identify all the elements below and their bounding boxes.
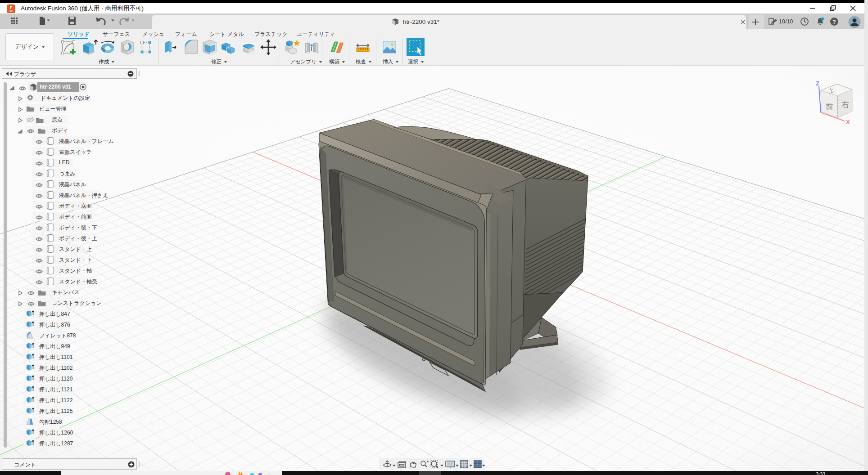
svg-text:?: ? [832,19,836,25]
svg-text:360: 360 [9,10,13,13]
svg-text:F: F [10,5,13,10]
svg-text:右: 右 [841,100,849,109]
svg-text:Z: Z [816,80,819,87]
svg-text:X: X [846,119,850,125]
svg-text:前: 前 [826,103,833,111]
